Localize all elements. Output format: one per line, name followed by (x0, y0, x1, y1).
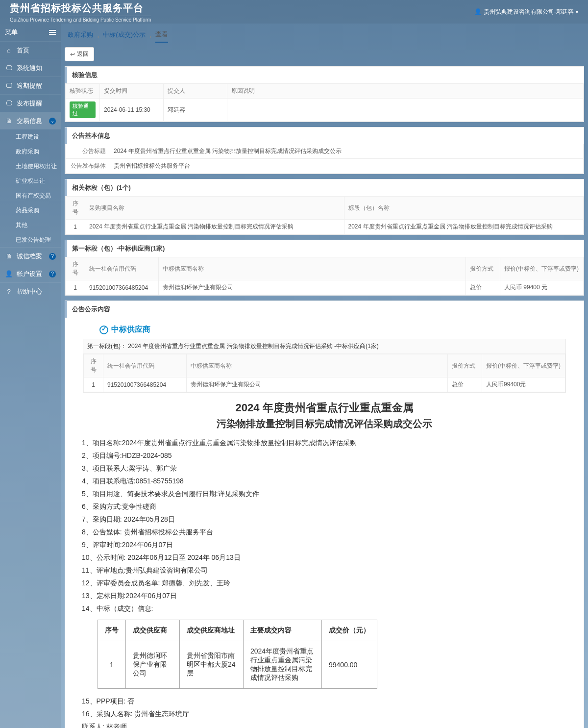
th: 采购项目名称 (85, 197, 344, 220)
td: 人民币99400元 (482, 377, 565, 392)
td: 1 (66, 220, 85, 234)
table-row: 1 贵州德润环保产业有限公司 贵州省贵阳市南明区中都大厦24层 2024年度贵州… (98, 641, 377, 689)
check-circle-icon (99, 326, 108, 334)
td: 2024 年度贵州省重点行业重点重金属 污染物排放量控制目标完成情况评估采购 (85, 220, 344, 234)
main-content: 政府采购› 中标(成交)公示› 查看 ↩返回 核验信息 核验状态 提交时间 提交… (61, 24, 588, 728)
td: 人民币 99400 元 (500, 280, 584, 295)
nav-label: 发布提醒 (17, 99, 42, 108)
nav-credit[interactable]: 🗎诚信档案? (0, 247, 61, 265)
top-bar: 贵州省招标投标公共服务平台 GuiZhou Province Tendering… (0, 0, 588, 24)
doc-line: 9、评审时间:2024年06月07日 (82, 538, 567, 551)
sub-drug[interactable]: 药品采购 (0, 203, 61, 218)
home-icon: ⌂ (5, 47, 13, 54)
th: 成交价（元） (322, 620, 377, 641)
nav-label: 交易信息 (17, 117, 42, 126)
crumb-link[interactable]: 政府采购 (68, 30, 93, 42)
supplier-panel: 第一标段（包）-中标供应商(1家) 序号 统一社会信用代码 中标供应商名称 报价… (65, 240, 584, 296)
table-row: 1 915201007366485204 贵州德润环保产业有限公司 总价 人民币… (66, 280, 584, 295)
user-name: 贵州弘典建设咨询有限公司-邓廷容 (484, 8, 574, 16)
nav-account[interactable]: 👤帐户设置? (0, 265, 61, 282)
doc-line: 3、项目联系人:梁宇涛、郭广荣 (82, 462, 567, 475)
sub-land[interactable]: 土地使用权出让 (0, 159, 61, 174)
document-body: 1、项目名称:2024年度贵州省重点行业重点重金属污染物排放量控制目标完成情况评… (82, 436, 567, 615)
doc-line: 11、评审地点:贵州弘典建设咨询有限公司 (82, 564, 567, 577)
td: 1 (66, 280, 85, 295)
document-icon: 🗎 (5, 117, 13, 125)
sidebar-header: 菜单 (0, 24, 61, 41)
kv-row: 公告标题2024 年度贵州省重点行业重点重金属 污染物排放量控制目标完成情况评估… (65, 144, 584, 159)
back-button[interactable]: ↩返回 (65, 47, 94, 61)
crumb-link[interactable]: 中标(成交)公示 (103, 30, 146, 42)
sub-engineering[interactable]: 工程建设 (0, 129, 61, 144)
crumb-current: 查看 (155, 30, 168, 43)
td: 915201007366485204 (85, 280, 159, 295)
th: 主要成交内容 (244, 620, 322, 641)
nav-help[interactable]: ?帮助中心 (0, 282, 61, 300)
table-header-row: 序号 统一社会信用代码 中标供应商名称 报价方式 报价(中标价、下浮率或费率) (84, 354, 565, 377)
sub-mining[interactable]: 矿业权出让 (0, 174, 61, 188)
document-title: 2024 年度贵州省重点行业重点重金属 污染物排放量控制目标完成情况评估采购成交… (80, 401, 569, 430)
td: 总价 (466, 280, 500, 295)
kv-label: 公告发布媒体 (66, 159, 110, 173)
chevron-down-icon: ▾ (576, 9, 578, 15)
sub-gov-procure[interactable]: 政府采购 (0, 144, 61, 159)
td: 99400.00 (322, 641, 377, 689)
document-body-2: 15、PPP项目: 否16、采购人名称: 贵州省生态环境厅联系人: 林老师联系电… (82, 695, 567, 728)
nav-overdue[interactable]: 🖵逾期提醒 (0, 76, 61, 94)
inner-head: 第一标段(包)： 2024 年度贵州省重点行业重点重金属 污染物排放量控制目标完… (83, 339, 565, 354)
badge-icon: ? (49, 253, 56, 260)
th: 序号 (84, 354, 103, 377)
th: 成交供应商 (126, 620, 180, 641)
td: 2024 年度贵州省重点行业重点重金属 污染物排放量控制目标完成情况评估采购 (344, 220, 584, 234)
verify-panel: 核验信息 核验状态 提交时间 提交人 原因说明 核验通过 2024-06-11 … (65, 66, 584, 122)
doc-line: 12、评审委员会成员名单: 郑德馨、刘先发、王玲 (82, 577, 567, 589)
doc-line: 8、公告媒体: 贵州省招标投标公共服务平台 (82, 526, 567, 538)
brand-subtitle: GuiZhou Province Tendering and Bidding P… (10, 16, 151, 23)
td: 2024-06-11 15:30 (100, 99, 164, 122)
th: 报价方式 (448, 354, 482, 377)
doc-line: 6、采购方式:竞争性磋商 (82, 500, 567, 513)
nav-notice[interactable]: 🖵系统通知 (0, 59, 61, 76)
menu-toggle-icon[interactable] (49, 30, 56, 35)
table-header-row: 序号 统一社会信用代码 中标供应商名称 报价方式 报价(中标价、下浮率或费率) (66, 257, 584, 280)
breadcrumb: 政府采购› 中标(成交)公示› 查看 (65, 27, 584, 45)
kv-label: 公告标题 (66, 144, 110, 158)
td: 1 (98, 641, 126, 689)
doc-line: 15、PPP项目: 否 (82, 695, 567, 707)
monitor-icon: 🖵 (5, 100, 13, 107)
brand: 贵州省招标投标公共服务平台 GuiZhou Province Tendering… (10, 1, 151, 23)
badge-icon: ? (49, 271, 56, 277)
doc-line: 14、中标（成交）信息: (82, 602, 567, 615)
td: 邓廷容 (164, 99, 227, 122)
inner-supplier-table: 序号 统一社会信用代码 中标供应商名称 报价方式 报价(中标价、下浮率或费率) … (83, 354, 565, 392)
back-icon: ↩ (70, 51, 75, 58)
td: 1 (84, 377, 103, 392)
lot-table: 序号 采购项目名称 标段（包）名称 1 2024 年度贵州省重点行业重点重金属 … (65, 196, 584, 234)
verify-table: 核验状态 提交时间 提交人 原因说明 核验通过 2024-06-11 15:30… (65, 83, 584, 122)
th: 报价(中标价、下浮率或费率) (500, 257, 584, 280)
td: 915201007366485204 (103, 377, 187, 392)
doc-line: 4、项目联系电话:0851-85755198 (82, 475, 567, 487)
user-icon: 👤 (5, 270, 13, 277)
sub-state-asset[interactable]: 国有产权交易 (0, 188, 61, 203)
sub-other[interactable]: 其他 (0, 218, 61, 232)
document-icon: 🗎 (5, 252, 13, 260)
nav-publish[interactable]: 🖵发布提醒 (0, 94, 61, 112)
table-row: 核验通过 2024-06-11 15:30 邓廷容 (66, 99, 584, 122)
panel-title: 核验信息 (65, 67, 584, 83)
nav-trade[interactable]: 🗎交易信息⌄ (0, 112, 61, 129)
brand-title: 贵州省招标投标公共服务平台 (10, 1, 151, 15)
lot-panel: 相关标段（包）(1个) 序号 采购项目名称 标段（包）名称 1 2024 年度贵… (65, 179, 584, 235)
panel-title: 第一标段（包）-中标供应商(1家) (65, 240, 584, 257)
nav-label: 首页 (17, 46, 29, 55)
doc-line: 1、项目名称:2024年度贵州省重点行业重点重金属污染物排放量控制目标完成情况评… (82, 436, 567, 449)
user-menu[interactable]: 👤 贵州弘典建设咨询有限公司-邓廷容 ▾ (474, 8, 578, 16)
back-label: 返回 (77, 50, 89, 58)
announcement-panel: 公告公示内容 中标供应商 第一标段(包)： 2024 年度贵州省重点行业重点重金… (65, 301, 584, 728)
nav-home[interactable]: ⌂首页 (0, 41, 61, 59)
th: 序号 (98, 620, 126, 641)
sub-published[interactable]: 已发公告处理 (0, 232, 61, 247)
monitor-icon: 🖵 (5, 64, 13, 72)
panel-title: 相关标段（包）(1个) (65, 179, 584, 196)
doc-line: 联系人: 林老师 (82, 720, 567, 728)
